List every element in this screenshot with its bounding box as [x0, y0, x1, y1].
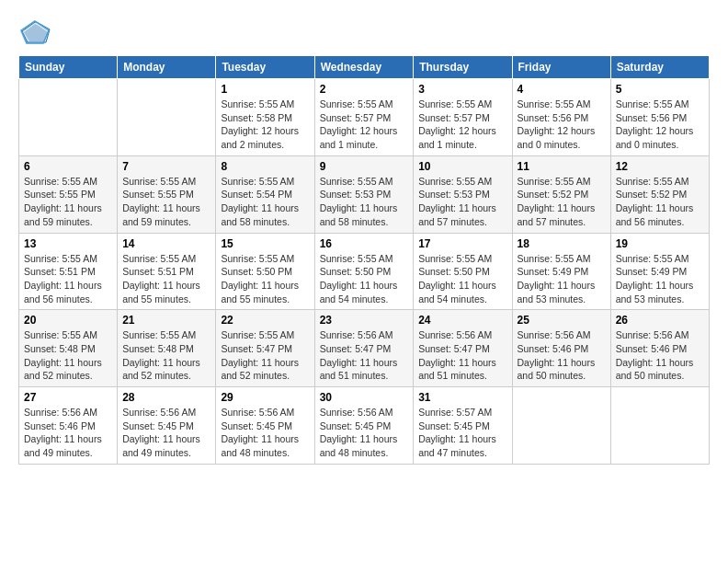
- day-info: Sunrise: 5:55 AM Sunset: 5:47 PM Dayligh…: [221, 328, 309, 383]
- day-info: Sunrise: 5:55 AM Sunset: 5:51 PM Dayligh…: [24, 252, 112, 306]
- calendar-cell: [610, 387, 709, 465]
- calendar-cell: 6Sunrise: 5:55 AM Sunset: 5:55 PM Daylig…: [19, 155, 118, 233]
- calendar-cell: 12Sunrise: 5:55 AM Sunset: 5:52 PM Dayli…: [610, 155, 709, 233]
- calendar-cell: 24Sunrise: 5:56 AM Sunset: 5:47 PM Dayli…: [414, 310, 512, 387]
- calendar-cell: 16Sunrise: 5:55 AM Sunset: 5:50 PM Dayli…: [314, 233, 414, 310]
- calendar-cell: 27Sunrise: 5:56 AM Sunset: 5:46 PM Dayli…: [19, 387, 118, 465]
- day-number: 26: [616, 314, 704, 327]
- calendar-cell: 3Sunrise: 5:55 AM Sunset: 5:57 PM Daylig…: [414, 79, 512, 156]
- day-info: Sunrise: 5:57 AM Sunset: 5:45 PM Dayligh…: [418, 406, 506, 460]
- day-number: 19: [616, 237, 704, 250]
- day-number: 13: [24, 237, 112, 250]
- calendar-cell: 2Sunrise: 5:55 AM Sunset: 5:57 PM Daylig…: [314, 79, 414, 156]
- day-info: Sunrise: 5:55 AM Sunset: 5:58 PM Dayligh…: [221, 98, 309, 152]
- day-info: Sunrise: 5:55 AM Sunset: 5:54 PM Dayligh…: [221, 175, 309, 229]
- calendar-cell: 10Sunrise: 5:55 AM Sunset: 5:53 PM Dayli…: [414, 155, 512, 233]
- day-info: Sunrise: 5:56 AM Sunset: 5:45 PM Dayligh…: [221, 406, 309, 460]
- day-info: Sunrise: 5:56 AM Sunset: 5:45 PM Dayligh…: [122, 406, 210, 460]
- day-number: 31: [418, 391, 506, 404]
- day-number: 4: [518, 83, 606, 96]
- calendar-week-row: 27Sunrise: 5:56 AM Sunset: 5:46 PM Dayli…: [19, 387, 710, 465]
- day-info: Sunrise: 5:55 AM Sunset: 5:55 PM Dayligh…: [24, 175, 112, 229]
- day-number: 20: [24, 314, 112, 327]
- calendar-cell: 15Sunrise: 5:55 AM Sunset: 5:50 PM Dayli…: [216, 233, 314, 310]
- day-number: 28: [122, 391, 210, 404]
- day-info: Sunrise: 5:56 AM Sunset: 5:46 PM Dayligh…: [518, 328, 606, 383]
- day-number: 25: [518, 314, 606, 327]
- day-info: Sunrise: 5:55 AM Sunset: 5:52 PM Dayligh…: [518, 175, 606, 229]
- calendar-cell: 5Sunrise: 5:55 AM Sunset: 5:56 PM Daylig…: [610, 79, 709, 156]
- calendar-cell: 23Sunrise: 5:56 AM Sunset: 5:47 PM Dayli…: [314, 310, 414, 387]
- calendar-week-row: 13Sunrise: 5:55 AM Sunset: 5:51 PM Dayli…: [19, 233, 710, 310]
- calendar-cell: 29Sunrise: 5:56 AM Sunset: 5:45 PM Dayli…: [216, 387, 314, 465]
- weekday-header-thursday: Thursday: [414, 56, 512, 79]
- day-number: 5: [616, 83, 704, 96]
- calendar-cell: [19, 79, 118, 156]
- calendar-cell: 22Sunrise: 5:55 AM Sunset: 5:47 PM Dayli…: [216, 310, 314, 387]
- day-info: Sunrise: 5:55 AM Sunset: 5:50 PM Dayligh…: [418, 252, 506, 306]
- day-number: 17: [418, 237, 506, 250]
- calendar-week-row: 1Sunrise: 5:55 AM Sunset: 5:58 PM Daylig…: [19, 79, 710, 156]
- calendar-cell: 14Sunrise: 5:55 AM Sunset: 5:51 PM Dayli…: [118, 233, 216, 310]
- day-info: Sunrise: 5:55 AM Sunset: 5:48 PM Dayligh…: [24, 328, 112, 383]
- day-info: Sunrise: 5:55 AM Sunset: 5:56 PM Dayligh…: [518, 98, 606, 152]
- calendar-week-row: 6Sunrise: 5:55 AM Sunset: 5:55 PM Daylig…: [19, 155, 710, 233]
- day-info: Sunrise: 5:55 AM Sunset: 5:50 PM Dayligh…: [221, 252, 309, 306]
- day-info: Sunrise: 5:55 AM Sunset: 5:50 PM Dayligh…: [320, 252, 409, 306]
- weekday-header-saturday: Saturday: [610, 56, 709, 79]
- day-info: Sunrise: 5:55 AM Sunset: 5:57 PM Dayligh…: [320, 98, 409, 152]
- day-number: 6: [24, 160, 112, 173]
- day-number: 29: [221, 391, 309, 404]
- calendar-cell: 21Sunrise: 5:55 AM Sunset: 5:48 PM Dayli…: [118, 310, 216, 387]
- day-info: Sunrise: 5:55 AM Sunset: 5:49 PM Dayligh…: [616, 252, 704, 306]
- calendar-week-row: 20Sunrise: 5:55 AM Sunset: 5:48 PM Dayli…: [19, 310, 710, 387]
- page-header: [18, 18, 710, 46]
- day-info: Sunrise: 5:55 AM Sunset: 5:57 PM Dayligh…: [418, 98, 506, 152]
- calendar-cell: 20Sunrise: 5:55 AM Sunset: 5:48 PM Dayli…: [19, 310, 118, 387]
- day-number: 23: [320, 314, 409, 327]
- day-info: Sunrise: 5:55 AM Sunset: 5:51 PM Dayligh…: [122, 252, 210, 306]
- day-number: 8: [221, 160, 309, 173]
- day-info: Sunrise: 5:55 AM Sunset: 5:55 PM Dayligh…: [122, 175, 210, 229]
- day-number: 12: [616, 160, 704, 173]
- calendar-cell: 25Sunrise: 5:56 AM Sunset: 5:46 PM Dayli…: [512, 310, 610, 387]
- weekday-header-tuesday: Tuesday: [216, 56, 314, 79]
- day-info: Sunrise: 5:56 AM Sunset: 5:47 PM Dayligh…: [418, 328, 506, 383]
- day-number: 10: [418, 160, 506, 173]
- day-number: 22: [221, 314, 309, 327]
- day-number: 18: [518, 237, 606, 250]
- day-number: 11: [518, 160, 606, 173]
- day-number: 16: [320, 237, 409, 250]
- weekday-header-friday: Friday: [512, 56, 610, 79]
- day-number: 9: [320, 160, 409, 173]
- day-info: Sunrise: 5:56 AM Sunset: 5:47 PM Dayligh…: [320, 328, 409, 383]
- calendar-cell: 1Sunrise: 5:55 AM Sunset: 5:58 PM Daylig…: [216, 79, 314, 156]
- calendar-table: SundayMondayTuesdayWednesdayThursdayFrid…: [18, 55, 710, 465]
- calendar-cell: [512, 387, 610, 465]
- day-number: 24: [418, 314, 506, 327]
- day-number: 30: [320, 391, 409, 404]
- logo-icon: [18, 18, 51, 46]
- weekday-header-sunday: Sunday: [19, 56, 118, 79]
- day-info: Sunrise: 5:55 AM Sunset: 5:56 PM Dayligh…: [616, 98, 704, 152]
- weekday-header-wednesday: Wednesday: [314, 56, 414, 79]
- day-info: Sunrise: 5:55 AM Sunset: 5:53 PM Dayligh…: [418, 175, 506, 229]
- calendar-cell: 17Sunrise: 5:55 AM Sunset: 5:50 PM Dayli…: [414, 233, 512, 310]
- calendar-cell: 4Sunrise: 5:55 AM Sunset: 5:56 PM Daylig…: [512, 79, 610, 156]
- day-number: 2: [320, 83, 409, 96]
- day-info: Sunrise: 5:55 AM Sunset: 5:52 PM Dayligh…: [616, 175, 704, 229]
- day-info: Sunrise: 5:55 AM Sunset: 5:48 PM Dayligh…: [122, 328, 210, 383]
- logo: [18, 18, 57, 46]
- calendar-cell: 11Sunrise: 5:55 AM Sunset: 5:52 PM Dayli…: [512, 155, 610, 233]
- day-info: Sunrise: 5:55 AM Sunset: 5:53 PM Dayligh…: [320, 175, 409, 229]
- day-info: Sunrise: 5:55 AM Sunset: 5:49 PM Dayligh…: [518, 252, 606, 306]
- calendar-cell: 31Sunrise: 5:57 AM Sunset: 5:45 PM Dayli…: [414, 387, 512, 465]
- calendar-cell: 28Sunrise: 5:56 AM Sunset: 5:45 PM Dayli…: [118, 387, 216, 465]
- weekday-header-monday: Monday: [118, 56, 216, 79]
- day-number: 3: [418, 83, 506, 96]
- calendar-cell: 19Sunrise: 5:55 AM Sunset: 5:49 PM Dayli…: [610, 233, 709, 310]
- day-info: Sunrise: 5:56 AM Sunset: 5:45 PM Dayligh…: [320, 406, 409, 460]
- calendar-cell: 26Sunrise: 5:56 AM Sunset: 5:46 PM Dayli…: [610, 310, 709, 387]
- calendar-cell: 9Sunrise: 5:55 AM Sunset: 5:53 PM Daylig…: [314, 155, 414, 233]
- day-number: 21: [122, 314, 210, 327]
